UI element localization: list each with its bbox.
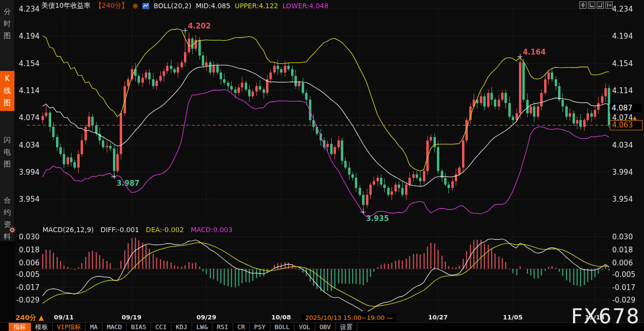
sidebar-item-3[interactable]: 闪 电 图: [0, 132, 14, 172]
date-tick: 11/14: [585, 314, 604, 321]
xaxis-period-label[interactable]: 240分 ▲: [15, 314, 44, 322]
toolbar-item-MACD[interactable]: MACD: [102, 323, 126, 331]
add-indicator-icon[interactable]: ⊕: [133, 2, 139, 10]
toolbar-item-KDJ[interactable]: KDJ: [171, 323, 192, 331]
macd-bar-value: MACD:0.003: [191, 226, 233, 234]
boll-indicator-label: BOLL(20,2): [154, 2, 191, 10]
toolbar-item-指标[interactable]: 指标: [9, 323, 31, 331]
toolbar-item-BOLL[interactable]: BOLL: [270, 323, 294, 331]
toolbar-item-VOL[interactable]: VOL: [294, 323, 315, 331]
macd-indicator-label: MACD(26,12,9): [42, 226, 94, 234]
boll-mid-value: MID:4.085: [196, 2, 230, 10]
last-price-badge: 4.063: [610, 120, 643, 130]
toolbar-item-设置[interactable]: 设置: [335, 323, 357, 331]
toolbar-item-LW&[interactable]: LW&: [192, 323, 212, 331]
toolbar-item-PSY[interactable]: PSY: [249, 323, 270, 331]
sidebar: 分 时 图K 线 图闪 电 图合 约 资 料: [0, 0, 15, 322]
date-tick: 09/11: [54, 314, 74, 321]
toolbar-item-BIAS[interactable]: BIAS: [126, 323, 151, 331]
mini-chart-icon: [142, 3, 149, 9]
toolbar-item-VIP指标[interactable]: VIP指标: [52, 323, 85, 331]
toolbar-item-模板[interactable]: 模板: [30, 323, 53, 331]
boll-upper-value: UPPER:4.122: [235, 2, 278, 10]
crosshair-time-readout: 2025/10/13 15:00~19:00 —: [302, 314, 396, 322]
macd-diff-value: DIFF:-0.001: [100, 226, 139, 234]
chart-canvas[interactable]: [0, 0, 644, 322]
exit-fullscreen-icon[interactable]: [605, 1, 613, 9]
toolbar-item-OBV[interactable]: OBV: [315, 323, 336, 331]
boll-lower-value: LOWER:4.048: [282, 2, 328, 10]
toolbar-item-CCI[interactable]: CCI: [151, 323, 171, 331]
macd-header: MACD(26,12,9) DIFF:-0.001 DEA:-0.002 MAC…: [42, 226, 233, 234]
alert-dot-icon[interactable]: [9, 226, 16, 235]
date-tick: 09/19: [122, 314, 141, 321]
toolbar-item-MA[interactable]: MA: [85, 323, 102, 331]
app-root: 分 时 图K 线 图闪 电 图合 约 资 料 美债10年收益率 【240分】 ⊕…: [0, 0, 644, 331]
date-tick: 11/05: [503, 314, 523, 321]
toolbar-item-CR[interactable]: CR: [233, 323, 250, 331]
date-tick: 09/29: [196, 314, 216, 321]
page-title: 美债10年收益率: [42, 1, 91, 10]
boll-mid-axis-badge: 4.087: [610, 104, 642, 113]
x-axis-scale-icon[interactable]: [597, 1, 604, 9]
chart-header: 美债10年收益率 【240分】 ⊕ BOLL(20,2) MID:4.085 U…: [42, 1, 328, 10]
y-axis-scale-icon[interactable]: [588, 1, 595, 9]
sidebar-item-1[interactable]: 分 时 图: [0, 4, 14, 44]
macd-dea-value: DEA:-0.002: [146, 226, 184, 234]
chart-tool-icons: [579, 1, 613, 9]
sidebar-item-4[interactable]: 合 约 资 料: [0, 193, 14, 245]
toolbar-item-RSI[interactable]: RSI: [212, 323, 233, 331]
date-tick: 10/08: [271, 314, 291, 321]
bottom-toolbar: 指标模板VIP指标MAMACDBIASCCIKDJLW&RSICRPSYBOLL…: [0, 322, 644, 331]
period-badge: 【240分】: [95, 1, 128, 10]
pan-move-icon[interactable]: [579, 1, 587, 9]
sidebar-item-2[interactable]: K 线 图: [0, 71, 14, 111]
quote-arrow-icon: ▲: [633, 115, 637, 120]
date-tick: 10/27: [428, 314, 448, 321]
